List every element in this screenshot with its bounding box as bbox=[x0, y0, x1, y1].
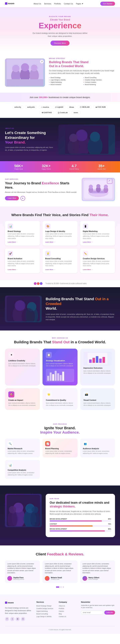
footer-link-blog[interactable]: Blog bbox=[59, 613, 77, 615]
hero-subtitle: Our brand strategy services are designed… bbox=[32, 32, 88, 38]
svg-point-14 bbox=[90, 132, 100, 142]
digital-marketing-link[interactable]: Learn More → bbox=[83, 241, 112, 243]
footer-link-careers[interactable]: Careers bbox=[59, 610, 77, 612]
strategy-icon: 📋 bbox=[46, 352, 52, 358]
journey-play-button[interactable] bbox=[20, 196, 25, 201]
newsletter-desc: Subscribe to get the latest news and upd… bbox=[81, 604, 115, 609]
nav-cta-button[interactable]: Get Started bbox=[100, 2, 115, 6]
svg-point-25 bbox=[96, 184, 100, 188]
svg-rect-41 bbox=[102, 357, 105, 363]
nav-link-pages[interactable]: Pages ▼ bbox=[76, 3, 83, 5]
svg-text:nouvo: nouvo bbox=[8, 602, 14, 604]
logo-webystic: webystic bbox=[25, 105, 37, 109]
audience-icon: 👥 bbox=[83, 441, 88, 446]
social-instagram[interactable]: in bbox=[16, 617, 20, 621]
about-service-3: Logo Design & Identity bbox=[49, 79, 81, 81]
footer-link-brand-strategy[interactable]: Brand Strategy Design bbox=[36, 605, 55, 607]
footer-link-creative[interactable]: Creative Design Services bbox=[36, 608, 55, 609]
about-image: ↗ bbox=[5, 58, 45, 87]
svg-rect-37 bbox=[89, 360, 92, 363]
brand-strategy-link[interactable]: Learn More → bbox=[8, 241, 37, 243]
logo-design-desc: Lorem ipsum dolor sit amet, consectetur … bbox=[45, 233, 75, 240]
strategy-chart bbox=[46, 369, 74, 382]
footer-link-contact[interactable]: Contact Us bbox=[59, 616, 77, 617]
ignite-card-market-research: 🔍 Market Research Lorem ipsum dolor sit … bbox=[5, 438, 40, 457]
progress-brand-fill bbox=[50, 520, 102, 522]
social-facebook[interactable]: f bbox=[5, 617, 9, 621]
create-description: Lorem ipsum dolor sit amet, consectetur … bbox=[5, 146, 55, 152]
footer-link-consulting[interactable]: Brand Consulting bbox=[36, 613, 55, 615]
logo-design-link[interactable]: Learn More → bbox=[45, 241, 75, 243]
review-text-1: Lorem ipsum dolor sit amet, consectetur … bbox=[7, 563, 38, 574]
review-dots bbox=[5, 586, 115, 588]
footer-newsletter: Newsletter Subscribe to get the latest n… bbox=[81, 601, 115, 621]
newsletter-email-input[interactable] bbox=[81, 610, 103, 614]
footer-socials: f t in li bbox=[5, 617, 32, 621]
logo-hexlab: ⬡ HEXLAB bbox=[78, 105, 92, 109]
audience-desc: Lorem ipsum dolor sit amet, consectetur … bbox=[83, 450, 112, 455]
where-brands-section: Where Brands Find Their Voice, and Stori… bbox=[0, 206, 120, 280]
newsletter-subscribe-button[interactable]: Subscribe bbox=[104, 610, 115, 614]
footer-link-digital[interactable]: Digital Marketing bbox=[36, 610, 55, 612]
logos-section: velocity webystic ♫ muzica ◇ LightAI ide… bbox=[0, 102, 120, 118]
stat-rating-number: 4.7 bbox=[69, 164, 79, 168]
social-linkedin[interactable]: li bbox=[21, 617, 25, 621]
impact-icon: 🎯 bbox=[8, 392, 14, 398]
about-services-list: Brand Strategy Brand Consulting Logo Des… bbox=[49, 77, 115, 86]
brand-activation-link[interactable]: Learn More → bbox=[8, 269, 37, 270]
competitive-desc: Lorem ipsum dolor sit amet, consectetur … bbox=[8, 472, 37, 476]
dot-1[interactable] bbox=[56, 586, 59, 588]
logo-earthio: ⊕ EARTHIO bbox=[40, 111, 54, 114]
service-card-brand-strategy: 📊 Brand Strategy Lorem ipsum dolor sit a… bbox=[5, 221, 40, 246]
trust-avatar-2 bbox=[36, 282, 40, 285]
about-service-1: Brand Strategy bbox=[49, 77, 81, 78]
progress-brand-label: BRAND DEVELOPMENT85% bbox=[50, 518, 111, 520]
brand-consulting-link[interactable]: Learn More → bbox=[45, 269, 75, 270]
brand-strategy-title: Brand Strategy bbox=[8, 230, 37, 232]
digital-marketing-icon: 📱 bbox=[83, 224, 88, 229]
creative-design-link[interactable]: Learn More → bbox=[83, 269, 112, 270]
footer-link-portfolio[interactable]: Portfolio bbox=[59, 608, 77, 609]
nav-link-services[interactable]: Services bbox=[44, 3, 51, 5]
logo-foxhub: ◈ FOX HUB bbox=[93, 105, 108, 109]
social-twitter[interactable]: t bbox=[10, 617, 14, 621]
nav-link-portfolio[interactable]: Portfolio bbox=[54, 3, 61, 5]
svg-point-16 bbox=[69, 134, 78, 142]
progress-content-bar bbox=[50, 526, 111, 526]
market-research-icon: 🔍 bbox=[8, 441, 13, 446]
nav-link-contact[interactable]: Contact Us bbox=[64, 3, 73, 5]
brand-activation-desc: Lorem ipsum dolor sit amet, consectetur … bbox=[8, 260, 37, 267]
building-dark-title: Building Brands That Stand Out in a Crow… bbox=[46, 297, 115, 311]
footer-link-about[interactable]: About Us bbox=[59, 605, 77, 607]
brand-planning-title: Brand Planning bbox=[45, 448, 75, 450]
dedicated-title: Our dedicated team of creative minds and… bbox=[50, 501, 111, 509]
ignite-card-brand-planning: 📈 Brand Planning Lorem ipsum dolor sit a… bbox=[42, 438, 77, 457]
footer: nouvo Our brand strategy services are de… bbox=[0, 594, 120, 634]
service-card-brand-consulting: 💡 Brand Consulting Lorem ipsum dolor sit… bbox=[42, 248, 77, 273]
svg-point-27 bbox=[104, 185, 108, 189]
competitive-title: Competitive Analysis bbox=[8, 469, 37, 471]
progress-brand-bar bbox=[50, 520, 111, 522]
newsletter-heading: Newsletter bbox=[81, 601, 115, 603]
outcomes-title: Impressive Outcomes bbox=[84, 367, 112, 369]
journey-cta-button[interactable]: Learn More bbox=[5, 196, 19, 200]
progress-brand-bar-2 bbox=[50, 530, 111, 532]
reviewer-name-1: Sophia Flora bbox=[13, 577, 24, 578]
visual-icon: 📸 bbox=[84, 392, 90, 398]
service-card-logo-design: 🎨 Logo Design & Identity Lorem ipsum dol… bbox=[42, 221, 77, 246]
creative-design-icon: ✏️ bbox=[83, 251, 88, 256]
stats-section: 56K+ Project Done 32K+ Happy Clients 4.7… bbox=[0, 161, 120, 172]
footer-link-logo[interactable]: Logo Design & Identity bbox=[36, 616, 55, 617]
reviews-title: Client Feedback & Reviews. bbox=[5, 552, 115, 556]
logo-design-icon: 🎨 bbox=[45, 224, 50, 229]
dedicated-description: Aenean vel nisi ullamcorper, feugiat era… bbox=[50, 510, 111, 516]
svg-point-12 bbox=[76, 130, 88, 141]
dot-2[interactable] bbox=[60, 586, 62, 588]
where-brands-title: Where Brands Find Their Voice, and Stori… bbox=[5, 213, 115, 217]
dot-3[interactable] bbox=[63, 586, 64, 588]
nav-link-about[interactable]: About Us bbox=[34, 3, 41, 5]
join-text: Join over 300,000+ businesses to create … bbox=[5, 96, 115, 98]
journey-image: ↗ bbox=[82, 178, 115, 201]
hero-cta-button[interactable]: Discover More bbox=[50, 40, 70, 46]
competitive-icon: 📊 bbox=[8, 463, 13, 468]
